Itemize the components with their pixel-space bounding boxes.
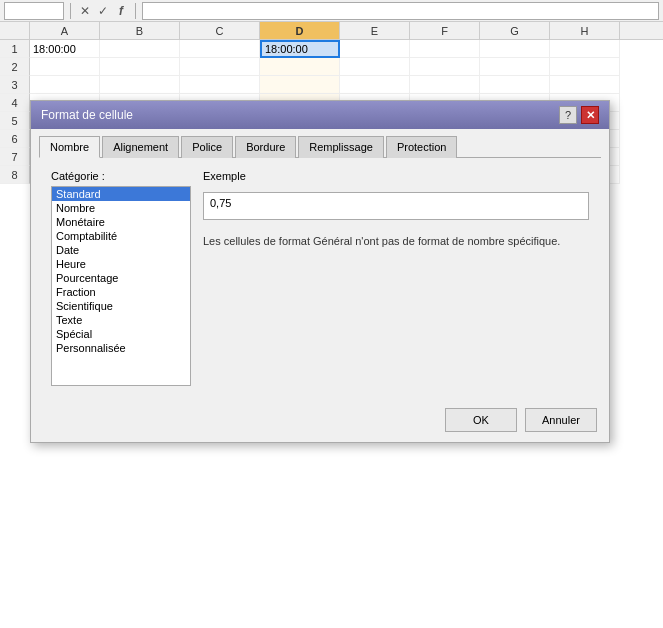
row-header-8[interactable]: 8 xyxy=(0,166,30,184)
cell-h2[interactable] xyxy=(550,58,620,76)
category-item-special[interactable]: Spécial xyxy=(52,327,190,341)
cell-h1[interactable] xyxy=(550,40,620,58)
category-item-heure[interactable]: Heure xyxy=(52,257,190,271)
cell-g2[interactable] xyxy=(480,58,550,76)
cancel-button[interactable]: Annuler xyxy=(525,408,597,432)
table-row: 1 18:00:00 18:00:00 xyxy=(0,40,663,58)
right-panel: Exemple 0,75 Les cellules de format Géné… xyxy=(203,170,589,386)
cell-a1[interactable]: 18:00:00 xyxy=(30,40,100,58)
cell-f1[interactable] xyxy=(410,40,480,58)
cell-e3[interactable] xyxy=(340,76,410,94)
cell-c2[interactable] xyxy=(180,58,260,76)
confirm-formula-icon[interactable]: ✓ xyxy=(95,4,111,18)
table-row: 2 xyxy=(0,58,663,76)
category-item-scientifique[interactable]: Scientifique xyxy=(52,299,190,313)
tab-bordure[interactable]: Bordure xyxy=(235,136,296,158)
example-value: 0,75 xyxy=(203,192,589,220)
cell-g3[interactable] xyxy=(480,76,550,94)
col-header-e[interactable]: E xyxy=(340,22,410,39)
separator xyxy=(70,3,71,19)
formula-input[interactable]: =A1 xyxy=(142,2,659,20)
tab-alignement[interactable]: Alignement xyxy=(102,136,179,158)
category-item-nombre[interactable]: Nombre xyxy=(52,201,190,215)
table-row: 3 xyxy=(0,76,663,94)
dialog-footer: OK Annuler xyxy=(31,398,609,442)
category-item-personnalisee[interactable]: Personnalisée xyxy=(52,341,190,355)
row-header-5[interactable]: 5 xyxy=(0,112,30,130)
dialog-titlebar: Format de cellule ? ✕ xyxy=(31,101,609,129)
cell-d2[interactable] xyxy=(260,58,340,76)
tab-remplissage[interactable]: Remplissage xyxy=(298,136,384,158)
tab-protection[interactable]: Protection xyxy=(386,136,458,158)
dialog-close-button[interactable]: ✕ xyxy=(581,106,599,124)
formula-bar: D1 ✕ ✓ f =A1 xyxy=(0,0,663,22)
cell-e1[interactable] xyxy=(340,40,410,58)
cell-h3[interactable] xyxy=(550,76,620,94)
cell-a3[interactable] xyxy=(30,76,100,94)
row-header-2[interactable]: 2 xyxy=(0,58,30,76)
description-text: Les cellules de format Général n'ont pas… xyxy=(203,234,589,249)
row-header-4[interactable]: 4 xyxy=(0,94,30,112)
col-header-c[interactable]: C xyxy=(180,22,260,39)
format-cell-dialog: Format de cellule ? ✕ Nombre Alignement … xyxy=(30,100,610,443)
col-header-d[interactable]: D xyxy=(260,22,340,39)
cell-d3[interactable] xyxy=(260,76,340,94)
ok-button[interactable]: OK xyxy=(445,408,517,432)
cell-b2[interactable] xyxy=(100,58,180,76)
dialog-tabs: Nombre Alignement Police Bordure Remplis… xyxy=(31,129,609,157)
dialog-title: Format de cellule xyxy=(41,108,133,122)
separator2 xyxy=(135,3,136,19)
name-box[interactable]: D1 xyxy=(4,2,64,20)
example-label: Exemple xyxy=(203,170,589,182)
dialog-controls: ? ✕ xyxy=(559,106,599,124)
col-header-b[interactable]: B xyxy=(100,22,180,39)
tab-nombre[interactable]: Nombre xyxy=(39,136,100,158)
cell-f3[interactable] xyxy=(410,76,480,94)
cell-f2[interactable] xyxy=(410,58,480,76)
cell-e2[interactable] xyxy=(340,58,410,76)
category-item-fraction[interactable]: Fraction xyxy=(52,285,190,299)
cell-a2[interactable] xyxy=(30,58,100,76)
category-item-comptabilite[interactable]: Comptabilité xyxy=(52,229,190,243)
category-item-pourcentage[interactable]: Pourcentage xyxy=(52,271,190,285)
cell-b3[interactable] xyxy=(100,76,180,94)
category-label: Catégorie : xyxy=(51,170,191,182)
col-header-h[interactable]: H xyxy=(550,22,620,39)
row-header-6[interactable]: 6 xyxy=(0,130,30,148)
insert-function-icon[interactable]: f xyxy=(113,4,129,18)
category-list[interactable]: Standard Nombre Monétaire Comptabilité D… xyxy=(51,186,191,386)
cell-g1[interactable] xyxy=(480,40,550,58)
category-item-texte[interactable]: Texte xyxy=(52,313,190,327)
cell-b1[interactable] xyxy=(100,40,180,58)
col-header-g[interactable]: G xyxy=(480,22,550,39)
dialog-inner: Catégorie : Standard Nombre Monétaire Co… xyxy=(51,170,589,386)
cell-c3[interactable] xyxy=(180,76,260,94)
formula-icons: ✕ ✓ f xyxy=(77,4,129,18)
cancel-formula-icon[interactable]: ✕ xyxy=(77,4,93,18)
category-item-monetaire[interactable]: Monétaire xyxy=(52,215,190,229)
category-section: Catégorie : Standard Nombre Monétaire Co… xyxy=(51,170,191,386)
corner-cell xyxy=(0,22,30,39)
category-item-date[interactable]: Date xyxy=(52,243,190,257)
cell-c1[interactable] xyxy=(180,40,260,58)
col-header-f[interactable]: F xyxy=(410,22,480,39)
row-header-1[interactable]: 1 xyxy=(0,40,30,58)
category-item-standard[interactable]: Standard xyxy=(52,187,190,201)
col-header-a[interactable]: A xyxy=(30,22,100,39)
tab-police[interactable]: Police xyxy=(181,136,233,158)
column-headers: A B C D E F G H xyxy=(0,22,663,40)
dialog-help-button[interactable]: ? xyxy=(559,106,577,124)
dialog-content: Catégorie : Standard Nombre Monétaire Co… xyxy=(39,157,601,398)
row-header-7[interactable]: 7 xyxy=(0,148,30,166)
cell-d1[interactable]: 18:00:00 xyxy=(260,40,340,58)
row-header-3[interactable]: 3 xyxy=(0,76,30,94)
